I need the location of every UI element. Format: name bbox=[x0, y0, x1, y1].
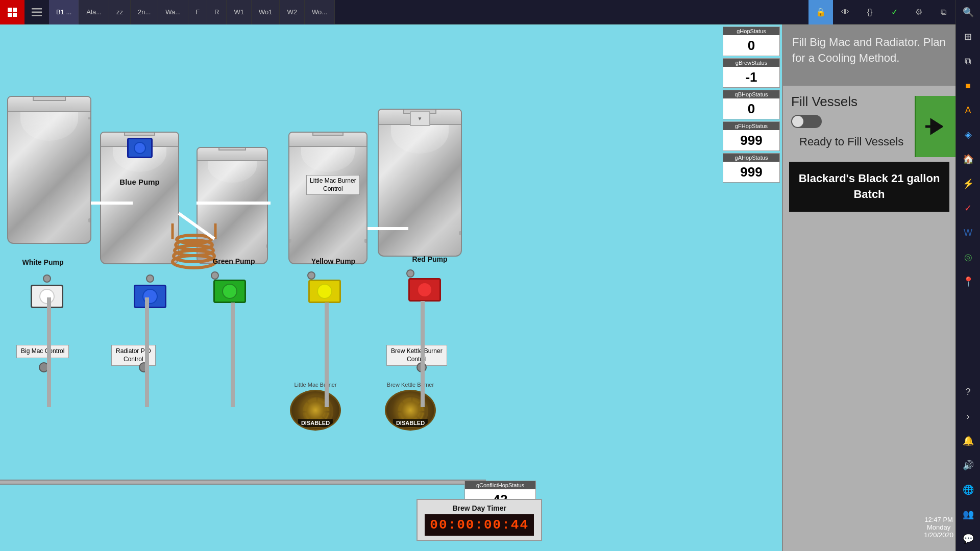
date-display: 1/20/2020 bbox=[924, 531, 953, 539]
radiator-pid-label[interactable]: Radiator PIDControl bbox=[111, 345, 156, 366]
expand-icon[interactable]: › bbox=[956, 404, 981, 429]
task-view-icon[interactable]: ⊞ bbox=[956, 24, 981, 49]
little-mac-burner-status: DISABLED bbox=[298, 419, 333, 427]
gAHopStatus-label: gAHopStatus bbox=[723, 154, 779, 162]
fill-vessels-toggle-knob bbox=[792, 116, 803, 127]
people-icon[interactable]: 👥 bbox=[956, 502, 981, 527]
toggle-row bbox=[791, 115, 822, 128]
network-icon[interactable]: 🌐 bbox=[956, 478, 981, 502]
qBHopStatus-label: qBHopStatus bbox=[723, 90, 779, 98]
notifications-icon[interactable]: 🔔 bbox=[956, 429, 981, 453]
time-display: 12:47 PM bbox=[924, 516, 953, 523]
vessel-bigmac-body bbox=[7, 96, 91, 244]
svg-rect-0 bbox=[32, 8, 42, 10]
yellow-pump-assembly bbox=[308, 280, 341, 303]
little-mac-control-label[interactable]: Little Mac BurnerControl bbox=[306, 175, 360, 195]
info-text: Fill Big Mac and Radiator. Plan for a Co… bbox=[783, 24, 955, 86]
white-pump-assembly bbox=[31, 274, 63, 308]
brew-kettle-burner-status: DISABLED bbox=[393, 419, 428, 427]
conflict-hop-label: gConflictHopStatus bbox=[465, 481, 535, 489]
eye-icon[interactable]: 👁 bbox=[833, 0, 857, 24]
maps-icon[interactable]: 📍 bbox=[956, 269, 981, 294]
qBHopStatus-value: 0 bbox=[723, 98, 779, 119]
vessel-2 bbox=[100, 132, 179, 264]
svg-point-13 bbox=[314, 409, 320, 415]
white-pump-label: White Pump bbox=[17, 258, 68, 266]
tab-w1[interactable]: W1 bbox=[227, 0, 252, 24]
batch-label-box: Blackard's Black 21 gallon Batch bbox=[789, 162, 949, 212]
tab-w2[interactable]: W2 bbox=[280, 0, 305, 24]
brew-kettle-control-knob[interactable] bbox=[416, 362, 427, 372]
blue-pump-label: Blue Pump bbox=[100, 178, 179, 186]
restore-icon[interactable]: ⧉ bbox=[931, 0, 955, 24]
volume-icon[interactable]: 🔊 bbox=[956, 453, 981, 478]
todo-icon[interactable]: ✓ bbox=[956, 196, 981, 220]
tab-r[interactable]: R bbox=[207, 0, 227, 24]
little-mac-burner-img: DISABLED bbox=[290, 390, 341, 431]
brew-kettle-control-label[interactable]: Brew Kettle BurnerControl bbox=[386, 345, 447, 366]
start-icon[interactable] bbox=[0, 0, 24, 24]
vessel-5-body: ▼ bbox=[378, 109, 462, 257]
blue-pump-assembly bbox=[134, 274, 166, 308]
windows-taskbar: 🔍 ⊞ ⧉ ■ A ◈ 🏠 ⚡ ✓ W ◎ 📍 ? › 🔔 🔊 🌐 👥 💬 bbox=[955, 0, 980, 551]
vessel-5: ▼ bbox=[378, 109, 462, 257]
green-pump-assembly bbox=[213, 280, 246, 303]
vessel-2-body bbox=[100, 132, 179, 264]
tab-wo1[interactable]: Wo1 bbox=[252, 0, 280, 24]
settings-icon[interactable]: ⚙ bbox=[906, 0, 931, 24]
vessel-4-body bbox=[288, 132, 368, 264]
code-icon[interactable]: {} bbox=[857, 0, 882, 24]
brew-day-timer: Brew Day Timer 00:00:00:44 bbox=[416, 499, 542, 541]
gHopStatus-value: 0 bbox=[723, 35, 779, 56]
tab-f[interactable]: F bbox=[188, 0, 207, 24]
gHopStatus-label: gHopStatus bbox=[723, 27, 779, 35]
check-icon[interactable]: ✓ bbox=[882, 0, 906, 24]
big-mac-control-knob[interactable] bbox=[39, 362, 49, 372]
app-icon-2[interactable]: 🏠 bbox=[956, 147, 981, 171]
red-pump-assembly bbox=[408, 278, 441, 302]
snap-icon[interactable]: ⧉ bbox=[956, 49, 981, 73]
taskbar: B1 ... Ala... zz 2n... Wa... F R W1 Wo1 … bbox=[0, 0, 980, 24]
little-mac-burner-label: Little Mac Burner bbox=[294, 382, 336, 388]
taskbar-controls: 🔒 👁 {} ✓ ⚙ ⧉ ✕ bbox=[808, 0, 980, 24]
menu-icon[interactable] bbox=[24, 0, 49, 24]
gBrewStatus-value: -1 bbox=[723, 67, 779, 87]
amazon-icon[interactable]: A bbox=[956, 98, 981, 122]
gHopStatus-box: gHopStatus 0 bbox=[723, 27, 780, 56]
vessel-4 bbox=[288, 132, 368, 264]
brew-kettle-burner: Brew Kettle Burner DISABLED bbox=[385, 382, 436, 431]
windows-search-icon[interactable]: 🔍 bbox=[956, 0, 981, 24]
chrome-icon[interactable]: ◎ bbox=[956, 245, 981, 269]
tab-zz[interactable]: zz bbox=[109, 0, 131, 24]
radiator-pid-knob[interactable] bbox=[139, 362, 149, 372]
tab-2n[interactable]: 2n... bbox=[131, 0, 158, 24]
little-mac-burner: Little Mac Burner DISABLED bbox=[290, 382, 341, 431]
gFHopStatus-label: gFHopStatus bbox=[723, 122, 779, 130]
system-time: 12:47 PM Monday 1/20/2020 bbox=[922, 514, 955, 541]
word-icon[interactable]: W bbox=[956, 220, 981, 245]
svg-point-12 bbox=[310, 405, 324, 419]
app-icon-3[interactable]: ⚡ bbox=[956, 171, 981, 196]
gAHopStatus-value: 999 bbox=[723, 162, 779, 182]
tab-ala[interactable]: Ala... bbox=[79, 0, 109, 24]
svg-rect-2 bbox=[32, 15, 42, 16]
help-icon[interactable]: ? bbox=[956, 380, 981, 404]
day-display: Monday bbox=[924, 523, 953, 531]
fill-vessels-label: Fill Vessels bbox=[791, 94, 857, 110]
ready-fill-label: Ready to Fill Vessels bbox=[791, 135, 912, 148]
big-mac-control-label[interactable]: Big Mac Control bbox=[16, 345, 69, 358]
tab-wa[interactable]: Wa... bbox=[158, 0, 188, 24]
fill-vessels-toggle[interactable] bbox=[791, 115, 822, 128]
tab-b1[interactable]: B1 ... bbox=[49, 0, 79, 24]
svg-rect-1 bbox=[32, 11, 42, 13]
app-icon-1[interactable]: ◈ bbox=[956, 122, 981, 147]
tab-wo[interactable]: Wo... bbox=[305, 0, 335, 24]
brewery-scene: White Pump Big Mac Control Blue Pump bbox=[0, 24, 721, 551]
svg-point-20 bbox=[405, 405, 419, 419]
green-arrow-button[interactable] bbox=[915, 96, 955, 157]
store-icon[interactable]: ■ bbox=[956, 73, 981, 98]
action-center-icon[interactable]: 💬 bbox=[956, 527, 981, 551]
pipe-connections bbox=[0, 24, 721, 551]
lock-icon[interactable]: 🔒 bbox=[808, 0, 833, 24]
status-boxes-column: gHopStatus 0 gBrewStatus -1 qBHopStatus … bbox=[721, 24, 782, 185]
